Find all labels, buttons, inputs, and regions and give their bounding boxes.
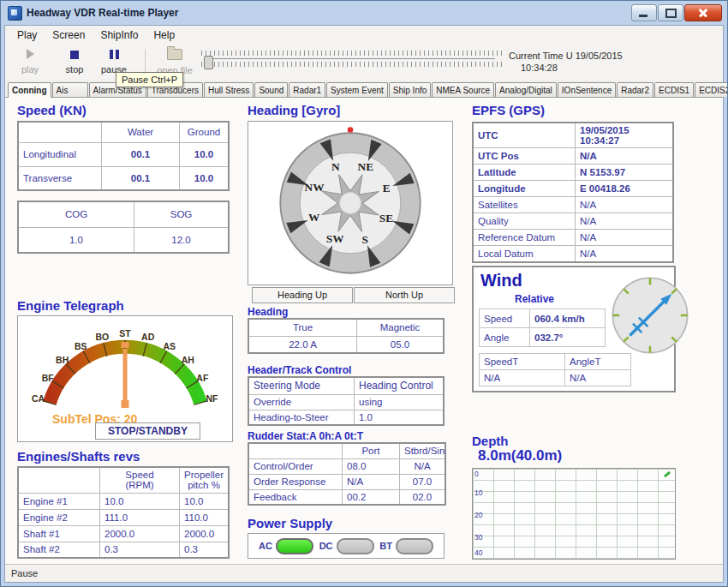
tab-ecdis1[interactable]: ECDIS1 <box>654 82 694 97</box>
table-row: Override using <box>248 394 444 410</box>
tab-ionsentence[interactable]: IOnSentence <box>558 82 616 97</box>
menu-help[interactable]: Help <box>146 27 182 43</box>
wind-angle-label: Angle <box>480 328 530 347</box>
tab-sound[interactable]: Sound <box>254 82 288 97</box>
table-row: Local Datum N/A <box>473 246 673 262</box>
table-row: UTC 19/05/2015 10:34:27 <box>473 123 673 148</box>
compass-point-sw: SW <box>326 232 344 245</box>
tab-radar2[interactable]: Radar2 <box>617 82 653 97</box>
play-button[interactable]: play <box>10 47 50 75</box>
telegraph-label: BS <box>75 341 87 351</box>
gyro-title: Heading [Gyro] <box>248 103 340 117</box>
playback-slider[interactable] <box>201 51 503 73</box>
table-row: Longitude E 00418.26 <box>473 181 673 197</box>
stop-button[interactable]: stop <box>55 47 94 75</box>
play-icon <box>27 49 34 59</box>
power-supply-panel: AC DC BT <box>248 533 445 559</box>
wind-speedt-label: SpeedT <box>480 354 565 370</box>
tab-hull-stress[interactable]: Hull Stress <box>204 82 254 97</box>
compass-point-nw: NW <box>305 181 325 194</box>
tab-radar1[interactable]: Radar1 <box>289 82 325 97</box>
menu-shipinfo[interactable]: ShipInfo <box>93 27 145 43</box>
engines-shafts-table: Speed (RPM) Propeller pitch % Engine #1 … <box>17 466 230 559</box>
minimize-button[interactable] <box>631 4 657 21</box>
wind-anglet-value: N/A <box>565 370 631 386</box>
cog-label: COG <box>18 201 134 227</box>
north-up-button[interactable]: North Up <box>354 287 455 303</box>
speed-col-ground: Ground <box>180 122 230 142</box>
dc-indicator <box>337 538 374 554</box>
table-row: Engine #2 111.0 110.0 <box>18 509 229 525</box>
telegraph-label: BO <box>95 332 109 342</box>
tab-system-event[interactable]: System Event <box>326 82 388 97</box>
heading-marker-dot <box>348 127 354 133</box>
menu-screen[interactable]: Screen <box>45 27 92 43</box>
table-row: Order Response N/A 07.0 <box>248 474 445 489</box>
depth-value: 8.0m(40.0m) <box>478 447 562 464</box>
tab-conning[interactable]: Conning <box>8 82 51 98</box>
wind-true-table: SpeedT AngleT N/A N/A <box>479 353 631 386</box>
engines-shafts-title: Engines/Shafts revs <box>17 449 140 464</box>
ac-label: AC <box>259 541 272 551</box>
table-row: Steering Mode Heading Control <box>248 377 444 394</box>
table-row: Quality N/A <box>473 213 673 230</box>
cog-sog-table: COG SOG 1.0 12.0 <box>17 201 230 254</box>
table-row: Transverse 00.1 10.0 <box>18 166 229 190</box>
heading-table: True Magnetic 22.0 A 05.0 <box>248 318 445 354</box>
telegraph-label: AF <box>196 373 209 383</box>
slider-track[interactable] <box>208 58 495 59</box>
table-row: Latitude N 5153.97 <box>473 165 673 181</box>
depth-trace-marker <box>664 471 671 477</box>
compass-point-ne: NE <box>358 160 374 173</box>
open-file-icon <box>167 49 182 60</box>
current-time-line2: 10:34:28 <box>509 62 623 74</box>
compass-point-n: N <box>331 160 340 173</box>
power-ac: AC <box>259 537 313 554</box>
heading-col-true: True <box>248 319 357 336</box>
tab-nmea-source[interactable]: NMEA Source <box>432 82 494 97</box>
slider-ticks-bottom <box>201 62 503 67</box>
tab-ecdis2[interactable]: ECDIS2 <box>695 82 728 97</box>
menu-play[interactable]: Play <box>10 27 44 43</box>
telegraph-gauge: CA BF BH BS BO ST AD AS AH AF NF <box>18 316 232 412</box>
depth-axis-0: 0 <box>474 470 479 478</box>
rudder-col-stbrd: Stbrd/Single <box>400 443 446 458</box>
status-bar: Pause <box>5 564 723 582</box>
compass-rose: N NE E SE S SW W NW <box>248 122 452 285</box>
tab-ship-info[interactable]: Ship Info <box>389 82 431 97</box>
window-title: Headway VDR Real-time Player <box>27 7 178 19</box>
compass-point-e: E <box>383 182 391 195</box>
epfs-title: EPFS (GPS) <box>472 103 545 117</box>
speed-table: Water Ground Longitudinal 00.1 10.0 Tran… <box>17 121 230 191</box>
rudder-title: Rudder Stat:A 0h:A 0t:T <box>248 430 363 442</box>
toolbar: play stop pause open file Cu <box>5 45 723 80</box>
tab-analog-digital[interactable]: Analog/Digital <box>495 82 557 97</box>
current-time: Current Time U 19/05/2015 10:34:28 <box>509 50 623 74</box>
depth-axis-10: 10 <box>474 488 482 497</box>
tab-ais[interactable]: Ais <box>52 82 88 97</box>
pause-button[interactable]: pause <box>94 47 134 75</box>
depth-axis-40: 40 <box>474 548 482 557</box>
telegraph-needle-base <box>122 400 129 408</box>
slider-handle[interactable] <box>204 56 213 69</box>
engines-col-pitch: Propeller pitch % <box>180 467 230 493</box>
cog-value: 1.0 <box>18 227 134 253</box>
engine-telegraph-title: Engine Telegraph <box>17 298 124 313</box>
wind-relative-table: Speed 060.4 km/h Angle 032.7° <box>479 308 606 347</box>
heading-magnetic-value: 05.0 <box>357 336 445 353</box>
rudder-col-port: Port <box>343 443 400 458</box>
sog-label: SOG <box>134 201 230 227</box>
stop-standby-button[interactable]: STOP/STANDBY <box>95 422 200 440</box>
pause-icon <box>110 50 119 59</box>
maximize-button[interactable] <box>658 4 683 21</box>
title-bar: Headway VDR Real-time Player <box>4 3 724 24</box>
wind-speedt-value: N/A <box>480 370 565 386</box>
heading-col-magnetic: Magnetic <box>357 319 445 336</box>
telegraph-label: BF <box>42 373 55 383</box>
wind-speed-value: 060.4 km/h <box>530 309 606 328</box>
compass-point-se: SE <box>379 212 393 225</box>
telegraph-label: AH <box>182 355 194 365</box>
heading-up-button[interactable]: Heading Up <box>252 287 353 303</box>
telegraph-label: AS <box>163 341 176 351</box>
close-button[interactable] <box>684 4 722 21</box>
